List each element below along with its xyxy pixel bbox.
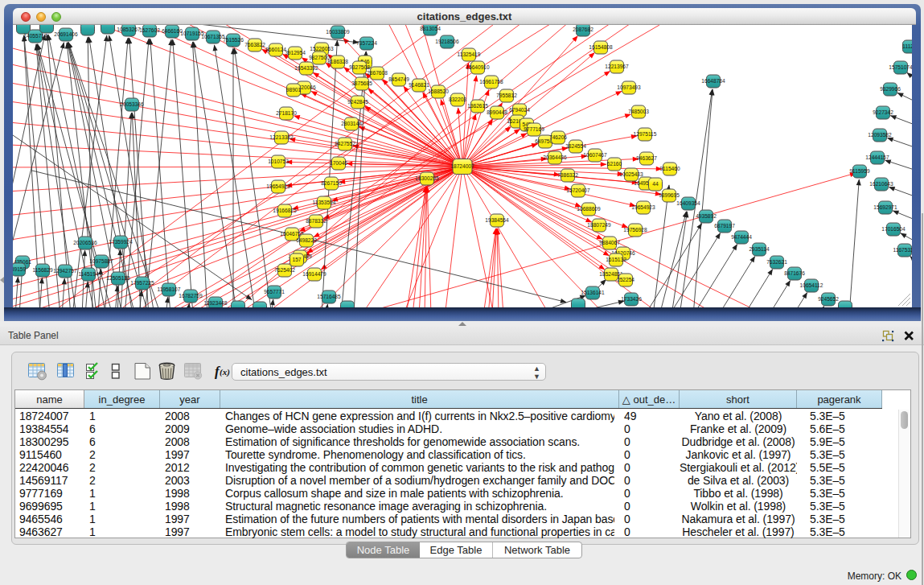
svg-text:39159: 39159 — [13, 266, 26, 272]
svg-text:20691406: 20691406 — [54, 31, 78, 37]
svg-text:8813054: 8813054 — [420, 26, 441, 31]
svg-text:17359924: 17359924 — [109, 239, 133, 245]
svg-text:10688609: 10688609 — [577, 206, 601, 212]
svg-text:15136141: 15136141 — [581, 290, 605, 295]
svg-text:4935892: 4935892 — [696, 213, 717, 219]
svg-text:10975887: 10975887 — [89, 258, 113, 264]
svg-text:8427552: 8427552 — [335, 141, 355, 146]
svg-text:12213382: 12213382 — [269, 134, 294, 140]
svg-text:10671355: 10671355 — [201, 34, 225, 39]
svg-text:15716485: 15716485 — [317, 294, 341, 299]
svg-text:11675332: 11675332 — [893, 247, 912, 253]
svg-text:16961758: 16961758 — [479, 79, 503, 84]
svg-text:1156829: 1156829 — [32, 267, 53, 273]
svg-text:10853267: 10853267 — [117, 27, 141, 32]
svg-text:20053346: 20053346 — [120, 101, 144, 107]
svg-text:9115460: 9115460 — [659, 166, 680, 171]
svg-text:9245652: 9245652 — [818, 296, 839, 302]
svg-text:16543392: 16543392 — [294, 65, 318, 71]
svg-text:12093582: 12093582 — [868, 132, 892, 138]
svg-text:15640910: 15640910 — [466, 64, 490, 70]
svg-text:44: 44 — [652, 181, 659, 187]
svg-text:832203: 832203 — [449, 97, 466, 102]
svg-text:12213967: 12213967 — [605, 64, 629, 69]
svg-text:12942757: 12942757 — [53, 268, 77, 274]
svg-text:7625402: 7625402 — [274, 267, 295, 273]
svg-text:16033809: 16033809 — [326, 29, 350, 35]
svg-text:3824554: 3824554 — [565, 143, 586, 149]
svg-text:8990448: 8990448 — [487, 109, 507, 115]
svg-text:14055714: 14055714 — [23, 33, 47, 39]
svg-text:19654923: 19654923 — [266, 183, 290, 189]
svg-text:157: 157 — [292, 257, 301, 262]
svg-text:6466160: 6466160 — [162, 28, 183, 34]
svg-text:16210643: 16210643 — [869, 181, 893, 187]
svg-text:12975115: 12975115 — [634, 131, 657, 137]
svg-text:8186328: 8186328 — [327, 59, 348, 64]
svg-text:9463627: 9463627 — [636, 155, 657, 161]
svg-text:2803144: 2803144 — [341, 121, 362, 126]
svg-text:15692971: 15692971 — [873, 204, 897, 210]
svg-text:16914479: 16914479 — [302, 271, 326, 277]
svg-text:7955812: 7955812 — [496, 93, 517, 98]
svg-text:9115959: 9115959 — [849, 168, 870, 174]
svg-text:9884067: 9884067 — [599, 240, 620, 245]
svg-text:16648784: 16648784 — [701, 78, 725, 84]
svg-text:16409354: 16409354 — [676, 200, 700, 206]
svg-text:1010753: 1010753 — [268, 159, 289, 164]
svg-text:6498222: 6498222 — [296, 237, 317, 243]
svg-text:98901: 98901 — [286, 87, 302, 93]
svg-text:9474444: 9474444 — [731, 234, 752, 240]
svg-text:7663822: 7663822 — [244, 42, 265, 47]
svg-text:170046: 170046 — [330, 160, 347, 166]
svg-text:11923448: 11923448 — [204, 300, 228, 306]
svg-text:2718170: 2718170 — [276, 110, 297, 116]
svg-text:9327508: 9327508 — [349, 64, 370, 70]
svg-text:8267150: 8267150 — [321, 180, 342, 186]
svg-text:17016504: 17016504 — [881, 226, 906, 232]
svg-text:11353594: 11353594 — [313, 200, 336, 205]
svg-text:1527602: 1527602 — [139, 27, 160, 33]
svg-text:11129: 11129 — [902, 43, 912, 49]
svg-text:2087682: 2087682 — [573, 27, 593, 32]
svg-text:1145194: 1145194 — [78, 271, 99, 277]
svg-text:7386322: 7386322 — [557, 172, 578, 178]
svg-text:19384554: 19384554 — [485, 217, 509, 223]
svg-text:10025433: 10025433 — [619, 171, 643, 177]
svg-text:18724007: 18724007 — [450, 163, 474, 169]
svg-text:9329966: 9329966 — [880, 86, 901, 92]
svg-text:9899695: 9899695 — [659, 192, 680, 198]
svg-text:9146821: 9146821 — [409, 82, 429, 88]
svg-text:20364436: 20364436 — [543, 154, 567, 160]
svg-text:19218506: 19218506 — [435, 39, 459, 44]
svg-text:11325419: 11325419 — [458, 51, 481, 57]
svg-text:1362615: 1362615 — [467, 103, 488, 109]
svg-text:10607467: 10607467 — [583, 152, 607, 158]
svg-text:3912954: 3912954 — [285, 50, 306, 56]
svg-text:9242845: 9242845 — [347, 99, 368, 105]
svg-text:2867608: 2867608 — [367, 70, 388, 76]
svg-text:19166825: 19166825 — [273, 208, 297, 213]
svg-text:15226053: 15226053 — [310, 46, 334, 51]
svg-text:10654112: 10654112 — [800, 282, 823, 288]
svg-text:12444157: 12444157 — [865, 154, 889, 160]
svg-text:2935114: 2935114 — [749, 246, 770, 252]
svg-text:(x): (x) — [220, 367, 230, 377]
svg-text:20206536: 20206536 — [73, 240, 97, 245]
svg-text:746206: 746206 — [549, 134, 567, 140]
svg-text:8878332: 8878332 — [306, 218, 326, 224]
svg-text:19756928: 19756928 — [623, 227, 647, 233]
svg-text:9777169: 9777169 — [524, 126, 544, 132]
svg-text:18300295: 18300295 — [415, 175, 439, 181]
svg-text:16154808: 16154808 — [589, 44, 613, 50]
svg-text:10973493: 10973493 — [617, 84, 641, 90]
svg-text:9227342: 9227342 — [873, 109, 893, 115]
svg-text:8471676: 8471676 — [784, 270, 805, 276]
svg-text:7485003: 7485003 — [628, 109, 649, 114]
svg-text:9657771: 9657771 — [264, 289, 285, 295]
svg-text:11958107: 11958107 — [158, 286, 181, 292]
svg-text:16782759: 16782759 — [179, 293, 203, 299]
svg-text:252254: 252254 — [617, 277, 634, 282]
svg-text:1588520: 1588520 — [428, 89, 449, 94]
svg-text:19654923: 19654923 — [631, 204, 655, 210]
